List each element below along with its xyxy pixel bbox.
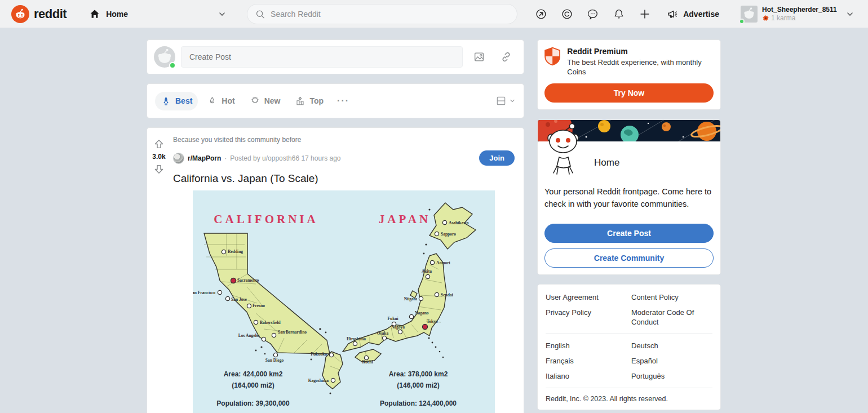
map-city-dot [254,320,258,324]
chevron-down-icon [509,97,516,104]
map-city-label: Nagano [415,310,429,316]
advertise-button[interactable]: Advertise [661,4,725,24]
sort-tab-hot[interactable]: Hot [201,92,240,110]
join-button[interactable]: Join [479,150,515,166]
map-city-dot [329,353,333,357]
user-menu[interactable]: Hot_Sheepherder_8511 1 karma [738,5,857,24]
posted-by-label[interactable]: Posted by u/opposth66 17 hours ago [230,154,340,162]
map-city-dot [435,232,439,236]
chat-icon[interactable] [583,4,603,24]
popular-icon[interactable] [531,4,551,24]
footer-language-deutsch[interactable]: Deutsch [631,341,712,350]
footer-language-italiano[interactable]: Italiano [546,371,627,381]
karma-icon [762,15,769,22]
rocket-icon [161,96,171,106]
card-view-icon [495,95,507,106]
map-city-label: Kagoshima [308,378,329,383]
subreddit-avatar[interactable] [173,153,184,164]
sort-overflow-button[interactable]: ··· [333,94,354,108]
footer-link-user-agreement[interactable]: User Agreement [546,292,627,302]
search-input[interactable] [271,10,509,19]
downvote-button[interactable] [152,162,166,176]
map-city-label: Hiroshima [347,336,366,341]
map-city-label: Tokyo [427,319,438,324]
footer-link-moderator-code[interactable]: Moderator Code Of Conduct [631,308,712,327]
premium-shield-icon [544,47,560,66]
sidebar-create-post-button[interactable]: Create Post [544,224,714,243]
try-now-button[interactable]: Try Now [544,83,714,103]
reddit-logo[interactable]: reddit [11,5,67,23]
home-card-title: Home [594,157,714,168]
vote-column: 3.0k [147,128,171,413]
link-post-icon[interactable] [495,46,517,68]
footer-language-espanol[interactable]: Español [631,356,712,366]
svg-text:Area: 424,000 km2: Area: 424,000 km2 [224,370,283,378]
footer-link-content-policy[interactable]: Content Policy [631,292,712,302]
post-body: Because you visited this community befor… [171,128,524,413]
map-city-dot [398,330,402,334]
post-title[interactable]: California vs. Japan (To Scale) [173,172,515,185]
advertise-label: Advertise [683,10,719,19]
footer-language-francais[interactable]: Français [546,356,627,366]
map-city-dot [430,260,434,264]
map-city-label: Los Angeles [238,333,260,338]
map-city-dot [262,337,265,341]
home-card: Home Your personal Reddit frontpage. Com… [537,119,721,275]
new-icon [250,96,260,106]
snoo-logo-icon [11,5,29,23]
feed-selector-label: Home [106,10,128,19]
map-city-label: Sacramento [237,278,259,283]
karma-count: 1 karma [771,14,795,22]
copyright-notice: Reddit, Inc. © 2023. All rights reserved… [546,395,712,403]
user-menu-chevron-icon [845,10,854,19]
map-city-dot [222,250,225,254]
map-city-label: Redding [228,249,243,254]
reddit-wordmark: reddit [34,7,67,21]
coins-icon[interactable] [557,4,577,24]
feed-selector-dropdown[interactable]: Home [85,4,231,24]
footer-language-english[interactable]: English [546,341,627,350]
image-post-icon[interactable] [468,46,490,68]
sort-tab-new[interactable]: New [244,92,286,110]
sort-tab-best[interactable]: Best [155,92,198,110]
search-bar[interactable] [247,4,517,24]
footer-language-portugues[interactable]: Português [631,371,712,381]
page-content: Best Hot New Top [0,28,868,413]
map-city-label: Niigata [404,296,418,301]
svg-text:Area: 378,000 km2: Area: 378,000 km2 [389,370,448,378]
map-city-label: Kochi [362,359,373,365]
map-city-label: Nagoya [391,325,405,330]
create-post-avatar[interactable] [154,46,175,68]
map-city-dot [272,333,276,337]
megaphone-icon [666,8,679,20]
map-city-dot [247,304,251,308]
create-post-input[interactable] [181,46,463,68]
premium-title: Reddit Premium [567,47,714,56]
map-city-label: San Bernardino [278,330,307,335]
map-city-dot [231,278,236,283]
svg-text:(146,000 mi2): (146,000 mi2) [397,381,439,389]
sort-tab-top[interactable]: Top [289,92,329,110]
map-city-label: Fresno [253,303,265,308]
notifications-bell-icon[interactable] [609,4,629,24]
create-post-plus-icon[interactable] [635,4,655,24]
map-city-dot [382,336,386,340]
meta-separator: · [224,154,227,162]
map-city-dot [409,314,413,318]
snoo-mascot-icon [542,123,586,177]
home-card-description: Your personal Reddit frontpage. Come her… [544,185,714,210]
post-image[interactable]: CALIFORNIA JAPAN [193,190,495,413]
nav-icon-group: Advertise [531,4,725,24]
map-city-dot [218,290,222,294]
create-community-button[interactable]: Create Community [544,248,714,268]
upvote-button[interactable] [152,137,166,152]
online-status-dot [169,62,176,69]
user-avatar [741,6,758,23]
svg-text:Population: 124,400,000: Population: 124,400,000 [380,399,457,407]
map-city-dot [331,378,335,382]
footer-link-privacy-policy[interactable]: Privacy Policy [546,308,627,327]
card-view-switcher[interactable] [495,95,516,106]
subreddit-link[interactable]: r/MapPorn [188,154,221,162]
divider [546,388,712,388]
sidebar: Reddit Premium The best Reddit experienc… [537,39,721,413]
